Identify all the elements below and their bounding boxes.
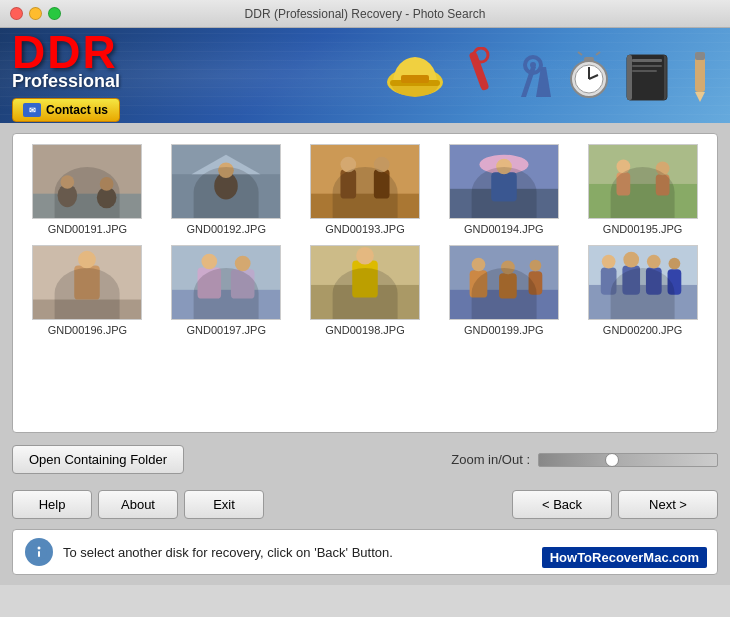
photo-thumb[interactable] — [171, 144, 281, 219]
photo-thumb[interactable] — [310, 144, 420, 219]
next-button[interactable]: Next > — [618, 490, 718, 519]
svg-rect-24 — [33, 194, 141, 218]
svg-point-27 — [61, 175, 75, 189]
photo-thumb[interactable] — [449, 144, 559, 219]
list-item[interactable]: GND00200.JPG — [578, 245, 707, 336]
svg-point-85 — [38, 547, 41, 550]
svg-point-81 — [623, 252, 639, 268]
svg-point-26 — [97, 187, 117, 208]
svg-rect-63 — [311, 285, 419, 319]
photo-thumb[interactable] — [32, 245, 142, 320]
svg-rect-78 — [646, 267, 662, 294]
svg-rect-17 — [632, 65, 662, 67]
svg-point-28 — [100, 177, 114, 191]
titlebar-buttons — [10, 7, 61, 20]
photo-label: GND00200.JPG — [603, 324, 682, 336]
list-item[interactable]: GND00195.JPG — [578, 144, 707, 235]
info-message: To select another disk for recovery, cli… — [63, 545, 393, 560]
svg-point-25 — [58, 184, 78, 207]
photo-label: GND00197.JPG — [186, 324, 265, 336]
svg-marker-21 — [695, 92, 705, 102]
about-button[interactable]: About — [98, 490, 178, 519]
toolbar-row: Open Containing Folder Zoom in/Out : — [12, 441, 718, 478]
svg-point-50 — [616, 160, 630, 174]
svg-rect-18 — [632, 70, 657, 72]
photo-grid: GND00191.JPG GND00192.JPG — [23, 144, 707, 336]
stopwatch-icon — [564, 47, 614, 105]
list-item[interactable]: GND00193.JPG — [301, 144, 430, 235]
list-item[interactable]: GND00197.JPG — [162, 245, 291, 336]
svg-rect-68 — [469, 270, 487, 297]
svg-point-65 — [356, 247, 374, 265]
svg-point-83 — [668, 258, 680, 270]
svg-point-61 — [235, 256, 251, 272]
header-icons — [385, 47, 720, 105]
svg-rect-54 — [75, 265, 101, 299]
minimize-button[interactable] — [29, 7, 42, 20]
photo-thumb[interactable] — [588, 144, 698, 219]
svg-rect-44 — [491, 172, 517, 201]
svg-rect-11 — [584, 57, 594, 62]
photo-label: GND00194.JPG — [464, 223, 543, 235]
main-content: GND00191.JPG GND00192.JPG — [0, 123, 730, 585]
photo-thumb[interactable] — [310, 245, 420, 320]
list-item[interactable]: GND00198.JPG — [301, 245, 430, 336]
info-icon — [25, 538, 53, 566]
svg-point-51 — [655, 162, 669, 176]
svg-point-73 — [529, 260, 541, 272]
button-row: Help About Exit < Back Next > — [12, 486, 718, 523]
svg-rect-41 — [450, 189, 558, 218]
contact-label: Contact us — [46, 103, 108, 117]
list-item[interactable]: GND00192.JPG — [162, 144, 291, 235]
info-bar: To select another disk for recovery, cli… — [12, 529, 718, 575]
svg-rect-37 — [374, 169, 390, 198]
list-item[interactable]: GND00199.JPG — [439, 245, 568, 336]
open-containing-folder-button[interactable]: Open Containing Folder — [12, 445, 184, 474]
svg-rect-77 — [622, 265, 640, 294]
maximize-button[interactable] — [48, 7, 61, 20]
svg-rect-64 — [352, 261, 378, 298]
svg-rect-57 — [172, 290, 280, 319]
svg-rect-53 — [33, 300, 141, 319]
pen-icon — [680, 47, 720, 105]
photo-grid-container[interactable]: GND00191.JPG GND00192.JPG — [12, 133, 718, 433]
svg-line-13 — [596, 52, 600, 55]
list-item[interactable]: GND00194.JPG — [439, 144, 568, 235]
photo-thumb[interactable] — [449, 245, 559, 320]
svg-point-33 — [218, 163, 234, 179]
svg-point-55 — [79, 251, 97, 269]
svg-point-38 — [340, 157, 356, 173]
svg-rect-19 — [627, 55, 632, 100]
svg-rect-79 — [667, 269, 681, 294]
watermark: HowToRecoverMac.com — [542, 547, 707, 568]
list-item[interactable]: GND00191.JPG — [23, 144, 152, 235]
close-button[interactable] — [10, 7, 23, 20]
svg-rect-47 — [589, 184, 697, 218]
photo-thumb[interactable] — [32, 144, 142, 219]
photo-thumb[interactable] — [588, 245, 698, 320]
back-button[interactable]: < Back — [512, 490, 612, 519]
list-item[interactable]: GND00196.JPG — [23, 245, 152, 336]
professional-text: Professional — [12, 71, 120, 92]
svg-point-72 — [501, 261, 515, 275]
svg-point-32 — [214, 172, 238, 199]
photo-thumb[interactable] — [171, 245, 281, 320]
svg-point-6 — [530, 62, 536, 68]
contact-us-button[interactable]: ✉ Contact us — [12, 98, 120, 122]
svg-rect-22 — [695, 52, 705, 60]
svg-rect-48 — [616, 172, 630, 195]
svg-rect-58 — [198, 267, 222, 298]
svg-rect-59 — [231, 269, 255, 298]
svg-rect-35 — [311, 194, 419, 218]
help-button[interactable]: Help — [12, 490, 92, 519]
exit-button[interactable]: Exit — [184, 490, 264, 519]
photo-label: GND00198.JPG — [325, 324, 404, 336]
zoom-control: Zoom in/Out : — [451, 452, 718, 467]
ddr-logo: DDR Professional ✉ Contact us — [12, 29, 120, 122]
svg-point-80 — [601, 255, 615, 269]
svg-rect-16 — [632, 59, 662, 62]
svg-rect-86 — [38, 551, 40, 557]
photo-label: GND00195.JPG — [603, 223, 682, 235]
svg-rect-70 — [528, 271, 542, 294]
zoom-slider[interactable] — [538, 453, 718, 467]
